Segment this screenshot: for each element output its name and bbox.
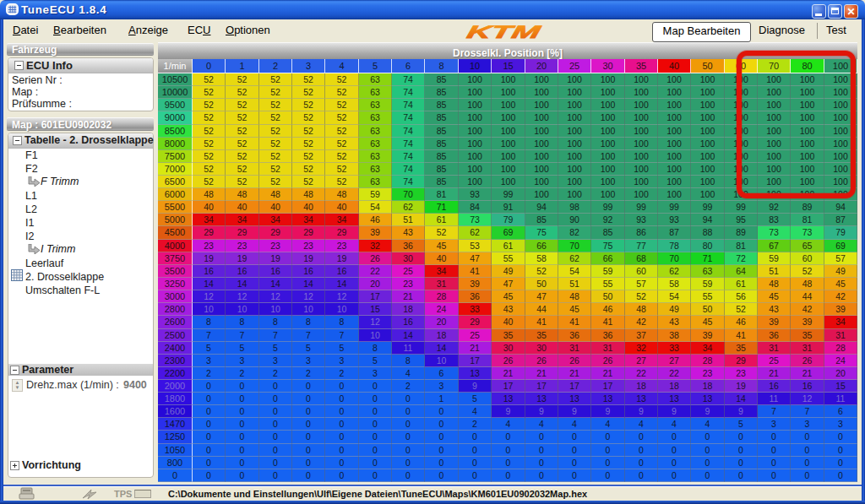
svg-text:KTM: KTM (465, 24, 544, 41)
